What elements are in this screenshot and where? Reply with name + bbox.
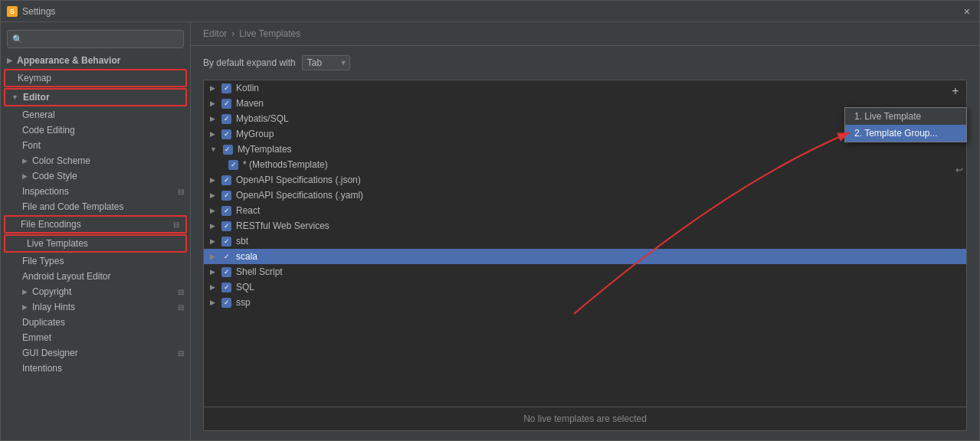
templates-panel: By default expand with Tab Enter Space ▼ (191, 46, 979, 440)
search-icon: 🔍 (12, 34, 23, 44)
context-menu-live-template[interactable]: 1. Live Template (845, 108, 966, 125)
live-template-label: 1. Live Template (854, 111, 921, 122)
sidebar-item-live-templates[interactable]: Live Templates (5, 236, 185, 251)
sidebar-item-editor[interactable]: ▼ Editor (5, 90, 185, 105)
title-bar: S Settings × (1, 1, 979, 22)
sidebar-label: File and Code Templates (22, 201, 124, 212)
sidebar-label: Emmet (22, 332, 51, 343)
checkbox-openapi-json[interactable]: ✓ (221, 175, 231, 185)
chevron-right-icon: ▶ (210, 207, 215, 214)
close-button[interactable]: × (961, 4, 973, 19)
sidebar-label: Editor (23, 92, 50, 103)
add-button[interactable]: + (948, 83, 963, 99)
sidebar-item-appearance[interactable]: ▶ Appearance & Behavior (1, 53, 190, 68)
expand-select[interactable]: Tab Enter Space (302, 55, 350, 70)
checkbox-ssp[interactable]: ✓ (221, 298, 231, 308)
checkbox-sql[interactable]: ✓ (221, 283, 231, 292)
sidebar-item-emmet[interactable]: Emmet (1, 330, 190, 345)
sidebar-label: File Types (22, 256, 64, 266)
sidebar-item-copyright[interactable]: ▶ Copyright ⊟ (1, 284, 190, 299)
chevron-right-icon: ▶ (210, 115, 215, 122)
context-menu-template-group[interactable]: 2. Template Group... (845, 125, 966, 142)
template-group-sbt[interactable]: ▶ ✓ sbt (204, 234, 966, 249)
sidebar-label: Duplicates (22, 317, 65, 328)
sidebar-item-keymap[interactable]: Keymap (5, 70, 185, 86)
template-label: Kotlin (236, 83, 259, 93)
template-child-methods[interactable]: ✓ * (MethodsTemplate) (204, 157, 966, 172)
sidebar-item-font[interactable]: Font (1, 138, 190, 153)
breadcrumb-parent: Editor (203, 28, 227, 39)
breadcrumb: Editor › Live Templates (191, 22, 979, 46)
breadcrumb-current: Live Templates (239, 28, 300, 39)
template-group-ssp[interactable]: ▶ ✓ ssp (204, 295, 966, 310)
template-group-kotlin[interactable]: ▶ ✓ Kotlin (204, 80, 966, 96)
settings-icon: ⊟ (178, 303, 184, 312)
window-title: Settings (22, 6, 55, 17)
sidebar-item-code-editing[interactable]: Code Editing (1, 122, 190, 138)
sidebar-item-file-code-templates[interactable]: File and Code Templates (1, 199, 190, 214)
template-group-sql[interactable]: ▶ ✓ SQL (204, 279, 966, 295)
chevron-right-icon: ▶ (210, 268, 215, 276)
template-group-openapi-yaml[interactable]: ▶ ✓ OpenAPI Specifications (.yaml) (204, 188, 966, 203)
checkbox-mygroup[interactable]: ✓ (221, 129, 231, 139)
settings-icon: ⊟ (178, 188, 184, 196)
sidebar-item-duplicates[interactable]: Duplicates (1, 315, 190, 330)
chevron-right-icon: ▶ (22, 288, 28, 296)
chevron-right-icon: ▶ (210, 237, 215, 245)
checkbox-kotlin[interactable]: ✓ (221, 83, 231, 93)
search-box[interactable]: 🔍 (7, 30, 184, 48)
chevron-right-icon: ▶ (210, 176, 215, 184)
chevron-right-icon: ▶ (22, 172, 28, 180)
sidebar-item-inlay-hints[interactable]: ▶ Inlay Hints ⊟ (1, 299, 190, 315)
checkbox-openapi-yaml[interactable]: ✓ (221, 191, 231, 201)
sidebar: 🔍 ▶ Appearance & Behavior Keymap ▼ Edito… (1, 22, 191, 440)
template-label: * (MethodsTemplate) (243, 159, 328, 170)
template-label: Mybatis/SQL (236, 113, 289, 124)
sidebar-item-gui-designer[interactable]: GUI Designer ⊟ (1, 345, 190, 361)
context-menu: 1. Live Template 2. Template Group... (844, 107, 967, 142)
sidebar-label: Code Editing (22, 125, 75, 136)
sidebar-label: Color Scheme (32, 155, 90, 166)
no-selection-text: No live templates are selected (204, 407, 966, 430)
settings-icon: ⊟ (178, 288, 184, 296)
sidebar-item-color-scheme[interactable]: ▶ Color Scheme (1, 153, 190, 168)
checkbox-react[interactable]: ✓ (221, 206, 231, 216)
template-group-scala[interactable]: ▶ ✓ scala (204, 249, 966, 264)
settings-icon: ⊟ (173, 220, 179, 229)
template-group-react[interactable]: ▶ ✓ React (204, 203, 966, 218)
breadcrumb-separator: › (231, 28, 234, 39)
sidebar-item-android-layout-editor[interactable]: Android Layout Editor (1, 269, 190, 284)
template-label: ssp (236, 297, 251, 308)
sidebar-label: Keymap (18, 73, 51, 83)
chevron-right-icon: ▶ (210, 299, 215, 306)
chevron-down-icon: ▼ (11, 93, 18, 101)
checkbox-mytemplates[interactable]: ✓ (223, 145, 233, 155)
sidebar-item-file-types[interactable]: File Types (1, 253, 190, 269)
sidebar-item-code-style[interactable]: ▶ Code Style (1, 168, 190, 184)
template-label: OpenAPI Specifications (.json) (236, 175, 361, 185)
template-label: React (236, 205, 260, 216)
checkbox-restful[interactable]: ✓ (221, 221, 231, 231)
template-group-restful[interactable]: ▶ ✓ RESTful Web Services (204, 218, 966, 234)
template-group-mytemplates[interactable]: ▼ ✓ MyTemplates (204, 142, 966, 157)
checkbox-scala[interactable]: ✓ (221, 252, 231, 262)
sidebar-label: Inspections (22, 186, 69, 197)
checkbox-maven[interactable]: ✓ (221, 99, 231, 109)
checkbox-methods[interactable]: ✓ (228, 160, 238, 170)
sidebar-item-file-encodings[interactable]: File Encodings ⊟ (5, 217, 185, 232)
template-group-openapi-json[interactable]: ▶ ✓ OpenAPI Specifications (.json) (204, 172, 966, 188)
sidebar-item-general[interactable]: General (1, 107, 190, 122)
checkbox-mybatis[interactable]: ✓ (221, 114, 231, 124)
chevron-right-icon: ▶ (22, 303, 28, 311)
chevron-right-icon: ▶ (210, 100, 215, 107)
undo-button[interactable]: ↩ (952, 162, 967, 178)
search-input[interactable] (26, 34, 179, 44)
chevron-right-icon: ▶ (7, 57, 12, 64)
template-label: MyTemplates (238, 144, 292, 155)
sidebar-item-intentions[interactable]: Intentions (1, 361, 190, 376)
checkbox-shell[interactable]: ✓ (221, 267, 231, 277)
sidebar-label: Inlay Hints (32, 302, 75, 312)
template-group-shell[interactable]: ▶ ✓ Shell Script (204, 264, 966, 279)
sidebar-item-inspections[interactable]: Inspections ⊟ (1, 184, 190, 199)
checkbox-sbt[interactable]: ✓ (221, 237, 231, 247)
